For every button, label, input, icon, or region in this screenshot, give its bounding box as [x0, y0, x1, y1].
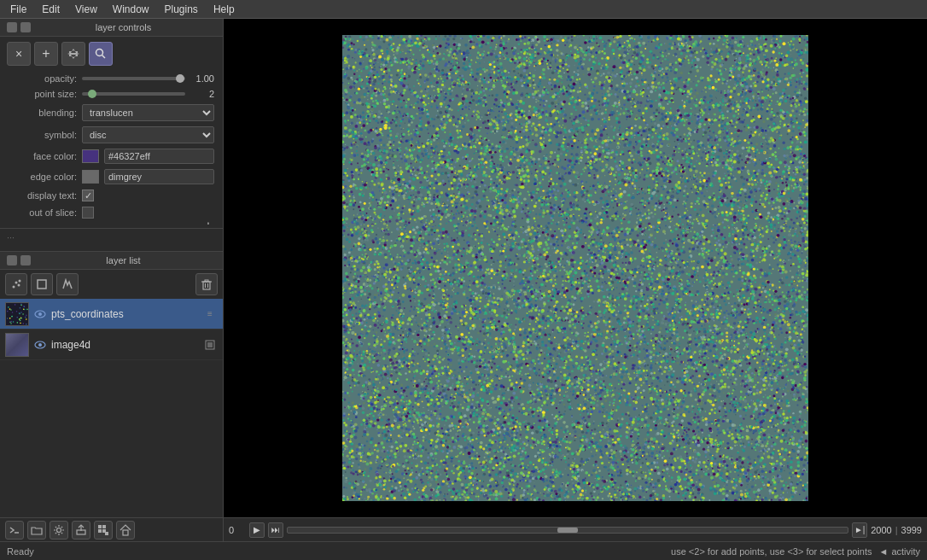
timeline-track[interactable]	[287, 527, 848, 534]
image4d-thumb	[5, 333, 29, 357]
svg-rect-22	[98, 525, 102, 528]
timeline-thumb	[557, 528, 578, 533]
eye-icon-image4d	[34, 341, 46, 349]
home-button[interactable]	[116, 521, 135, 540]
svg-line-1	[102, 55, 106, 59]
point-size-slider-container	[82, 92, 185, 96]
pts-coordinates-name: pts_coordinates	[51, 308, 199, 320]
opacity-slider-container	[82, 77, 185, 80]
grid-button[interactable]	[94, 521, 113, 540]
menubar: File Edit View Window Plugins Help	[0, 0, 927, 19]
svg-point-2	[13, 286, 15, 289]
layer-item-pts-coordinates[interactable]: pts_coordinates ≡	[0, 299, 223, 330]
blending-select[interactable]: translucen	[82, 104, 214, 121]
image4d-eye[interactable]	[32, 337, 48, 353]
svg-point-5	[19, 280, 21, 283]
console-icon	[9, 524, 20, 536]
settings-button[interactable]	[50, 521, 68, 540]
svg-rect-17	[207, 342, 213, 347]
symbol-row: symbol: disc	[0, 124, 223, 146]
add-shapes-button[interactable]	[31, 273, 53, 295]
edge-color-swatch[interactable]	[82, 170, 99, 184]
delete-layer-button[interactable]	[195, 273, 218, 295]
header-icon-1[interactable]	[7, 22, 17, 32]
edge-color-row: edge color: dimgrey	[0, 166, 223, 187]
open-folder-button[interactable]	[27, 521, 46, 540]
display-text-label: display text:	[9, 190, 77, 201]
timeline-play-button[interactable]: ▶	[249, 522, 265, 538]
export-button[interactable]	[72, 521, 90, 540]
add-labels-button[interactable]	[56, 273, 79, 295]
pts-coordinates-mode[interactable]: ≡	[202, 306, 218, 322]
add-layer-button[interactable]: +	[34, 42, 58, 66]
menu-plugins[interactable]: Plugins	[158, 2, 205, 17]
eye-icon-pts	[34, 310, 46, 318]
svg-rect-7	[203, 282, 210, 289]
pts-thumb-canvas	[6, 303, 28, 325]
svg-point-15	[38, 343, 42, 347]
folder-icon	[31, 525, 43, 535]
controls-toolbar: × +	[0, 37, 223, 71]
close-layer-button[interactable]: ×	[7, 42, 31, 66]
image4d-mode[interactable]	[202, 337, 218, 353]
search-button[interactable]	[89, 42, 113, 66]
bottom-toolbar	[0, 517, 223, 541]
point-size-slider[interactable]	[82, 92, 185, 96]
layer-list-icon-1[interactable]	[7, 255, 17, 265]
home-icon	[120, 524, 131, 536]
menu-view[interactable]: View	[68, 2, 104, 17]
status-ready: Ready	[7, 546, 34, 557]
status-hint: use <2> for add points, use <3> for sele…	[671, 546, 872, 557]
svg-point-4	[18, 284, 20, 287]
points-icon	[10, 278, 22, 290]
settings-icon	[53, 524, 65, 536]
display-text-checkbox[interactable]: ✓	[82, 190, 94, 201]
layer-list-header: layer list	[0, 252, 223, 270]
svg-point-19	[57, 528, 61, 532]
menu-file[interactable]: File	[3, 2, 33, 17]
svg-point-0	[96, 50, 103, 56]
activity-icon: ◄	[878, 546, 888, 557]
search-icon	[95, 48, 107, 60]
console-button[interactable]	[5, 521, 24, 540]
layer-controls-header: layer controls	[0, 19, 223, 37]
menu-window[interactable]: Window	[106, 2, 156, 17]
timeline-goto-end[interactable]: ►|	[852, 522, 867, 538]
add-points-button[interactable]	[5, 273, 27, 295]
opacity-value: 1.00	[190, 73, 214, 84]
activity-label: activity	[891, 546, 920, 557]
symbol-label: symbol:	[9, 130, 77, 140]
image4d-name: image4d	[51, 339, 199, 351]
layer-list-icon-2[interactable]	[20, 255, 31, 265]
blending-label: blending:	[9, 108, 77, 118]
canvas-container[interactable]	[224, 19, 927, 517]
layer-controls-panel: layer controls × +	[0, 19, 223, 252]
timeline-end-button[interactable]: ⏭	[268, 522, 283, 538]
face-color-text[interactable]: #46327eff	[104, 149, 214, 164]
more-options-button[interactable]: ···	[201, 221, 216, 222]
layer-item-image4d[interactable]: image4d	[0, 330, 223, 360]
opacity-slider[interactable]	[82, 77, 185, 80]
opacity-label: opacity:	[9, 73, 77, 84]
point-size-value: 2	[190, 89, 214, 99]
out-of-slice-checkbox[interactable]	[82, 207, 94, 219]
activity-button[interactable]: ◄ activity	[878, 546, 920, 557]
controls-area: opacity: 1.00 point size:	[0, 71, 223, 228]
blending-row: blending: translucen	[0, 102, 223, 124]
point-size-row: point size: 2	[0, 86, 223, 102]
image-mode-icon	[204, 339, 216, 351]
menu-help[interactable]: Help	[207, 2, 242, 17]
edge-color-text[interactable]: dimgrey	[104, 169, 214, 184]
scatter-canvas[interactable]	[342, 35, 808, 501]
header-icon-2[interactable]	[20, 22, 31, 32]
left-panel: layer controls × +	[0, 19, 224, 541]
face-color-label: face color:	[9, 151, 77, 161]
labels-icon	[61, 278, 73, 290]
transform-button[interactable]	[61, 42, 85, 66]
menu-edit[interactable]: Edit	[35, 2, 67, 17]
symbol-select[interactable]: disc	[82, 126, 214, 143]
expand-controls-button[interactable]: ···	[7, 232, 15, 242]
pts-coordinates-eye[interactable]	[32, 306, 48, 322]
edge-color-label: edge color:	[9, 172, 77, 182]
face-color-swatch[interactable]	[82, 149, 99, 163]
